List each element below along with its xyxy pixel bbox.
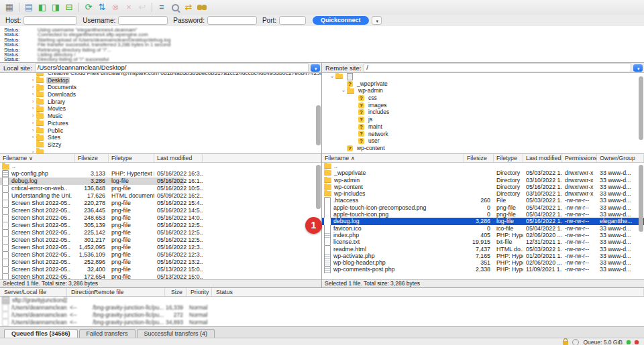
wp-content[interactable]: wp-content	[322, 145, 644, 152]
Public[interactable]: › Public	[0, 127, 321, 135]
critical-error-on-web..[interactable]: critical-error-on-web.. 136,848 png-file…	[0, 185, 321, 192]
wp-admin[interactable]: ⌄ wp-admin	[322, 87, 644, 94]
wp-comments-post.php[interactable]: wp-comments-post.php 2,338 PHP: Hype.. 1…	[322, 266, 644, 273]
transfer-queue-toggle-icon[interactable]: ⊟	[62, 1, 76, 13]
Desktop[interactable]: › Desktop	[0, 77, 321, 84]
column-filetype[interactable]: Filetype	[494, 154, 523, 162]
Sites[interactable]: › Sites	[0, 134, 321, 141]
Music[interactable]: › Music	[0, 113, 321, 120]
wp-config.php[interactable]: wp-config.php 3,133 PHP: Hypertext P... …	[0, 170, 321, 178]
index.php[interactable]: index.php 405 PHP: Hype.. 02/06/2020 ...…	[322, 232, 644, 238]
expander-icon[interactable]: ›	[30, 120, 36, 127]
remote-list-scrollbar[interactable]	[639, 164, 643, 279]
remote-tree-toggle-icon[interactable]: ◨	[49, 1, 62, 13]
Library[interactable]: › Library	[0, 98, 321, 106]
quickconnect-button[interactable]: Quickconnect	[313, 16, 369, 25]
remote-site-path[interactable]: /	[364, 63, 631, 72]
refresh-icon[interactable]: ⟳	[82, 1, 95, 13]
username-input[interactable]	[118, 16, 168, 25]
debug.log[interactable]: debug.log 3,286 log-file 05/16/2022 16:1…	[0, 178, 321, 185]
Documents[interactable]: › Documents	[0, 84, 321, 91]
expander-icon[interactable]: ⌄	[340, 87, 347, 94]
column-filename[interactable]: Filename ∧	[322, 154, 464, 162]
expander-icon[interactable]: ›	[30, 113, 36, 120]
expander-icon[interactable]: ›	[30, 77, 36, 84]
..[interactable]: ..	[0, 163, 321, 170]
column-server-local-file[interactable]: Server/Local file	[0, 288, 67, 296]
directory-comparison-icon[interactable]	[168, 1, 182, 13]
column-filesize[interactable]: Filesize	[464, 154, 494, 162]
css[interactable]: css	[322, 94, 644, 102]
Understanding the Uni.[interactable]: Understanding the Uni. 17,626 HTML docum…	[0, 192, 321, 200]
Screen Shot 2022-05..[interactable]: Screen Shot 2022-05.. 248,653 png-file 0…	[0, 214, 321, 222]
debug.log[interactable]: debug.log 3,286 log-file 05/16/2022 1...…	[322, 218, 644, 224]
toolbar-separator[interactable]	[16, 1, 22, 13]
column-filesize[interactable]: Filesize	[75, 154, 109, 162]
local-file-list[interactable]: .. wp-config.php 3,133 PHP: Hypertext P.…	[0, 163, 321, 281]
expander-icon[interactable]: ⌄	[329, 73, 335, 80]
license.txt[interactable]: license.txt 19,915 txt-file 12/31/2021 1…	[322, 238, 644, 245]
Pictures[interactable]: › Pictures	[0, 120, 321, 127]
speed-limit-icon[interactable]	[572, 339, 579, 345]
_wpeprivate[interactable]: _wpeprivate Directory 05/03/2022 1... dr…	[322, 169, 644, 176]
queue-row[interactable]: sftp://gravityjunction@...	[0, 297, 644, 304]
Creative Cloud Files dmclean@mspark.com 0d1b4ab5b3b5bec0b517a1cc246ccbc46b4935b0c27e0b474238e93d71f94b0a8d[interactable]: Creative Cloud Files dmclean@mspark.com …	[0, 73, 321, 77]
local-tree-scrollbar[interactable]	[316, 105, 321, 149]
column-direction[interactable]: Direction	[67, 288, 90, 296]
user[interactable]: user	[322, 137, 644, 145]
site-manager-icon[interactable]: ▦	[3, 1, 16, 13]
Screen Shot 2022-05..[interactable]: Screen Shot 2022-05.. 301,217 png-file 0…	[0, 236, 321, 244]
local-tree-toggle-icon[interactable]: ◧	[36, 1, 49, 13]
apple-touch-icon-precomposed.png[interactable]: apple-touch-icon-precomposed.png 0 png-f…	[322, 204, 644, 211]
expander-icon[interactable]: ›	[30, 84, 36, 91]
Screen Shot 2022-05..[interactable]: Screen Shot 2022-05.. 1,536,109 png-file…	[0, 251, 321, 259]
password-input[interactable]	[207, 16, 257, 25]
Movies[interactable]: › Movies	[0, 105, 321, 113]
Screen Shot 2022-05..[interactable]: Screen Shot 2022-05.. 1,452,095 png-file…	[0, 244, 321, 251]
process-queue-icon[interactable]: ⇅	[95, 1, 109, 13]
readme.html[interactable]: readme.html 7,437 HTML do... 05/03/2022 …	[322, 246, 644, 253]
remote-file-list[interactable]: .. _wpeprivate Directory 05/03/2022 1...…	[322, 163, 644, 281]
toolbar-separator[interactable]	[149, 1, 155, 13]
..[interactable]: ..	[322, 163, 644, 169]
expander-icon[interactable]: ›	[30, 127, 36, 135]
disconnect-icon[interactable]: ×	[122, 1, 136, 13]
filter-icon[interactable]: ≡	[155, 1, 168, 13]
Screen Shot 2022-05..[interactable]: Screen Shot 2022-05.. 220,278 png-file 0…	[0, 200, 321, 207]
port-input[interactable]	[279, 16, 306, 25]
reconnect-icon[interactable]: ↩	[136, 1, 149, 13]
expander-icon[interactable]: ›	[30, 149, 36, 154]
local-directory-tree[interactable]: Creative Cloud Files dmclean@mspark.com …	[0, 73, 321, 154]
local-site-dropdown-button[interactable]: ▾	[311, 64, 320, 72]
expander-icon[interactable]: ›	[30, 91, 36, 98]
tree-item[interactable]: ⌄	[322, 73, 644, 80]
expander-icon[interactable]: ›	[30, 134, 36, 141]
Screen Shot 2022-05..[interactable]: Screen Shot 2022-05.. 32,400 png-file 05…	[0, 266, 321, 273]
column-modified[interactable]: Last modified	[154, 154, 203, 162]
wp-activate.php[interactable]: wp-activate.php 7,165 PHP: Hype.. 01/20/…	[322, 253, 644, 259]
apple-touch-icon.png[interactable]: apple-touch-icon.png 0 png-file 05/04/20…	[322, 211, 644, 218]
host-input[interactable]	[23, 16, 77, 25]
quickconnect-dropdown-button[interactable]: ▾	[372, 16, 382, 25]
favicon.ico[interactable]: favicon.ico 0 ico-file 05/04/2022 1... -…	[322, 225, 644, 232]
Screen Shot 2022-05..[interactable]: Screen Shot 2022-05.. 225,142 png-file 0…	[0, 229, 321, 236]
_wpeprivate[interactable]: _wpeprivate	[322, 80, 644, 88]
expander-icon[interactable]: ›	[30, 105, 36, 113]
cancel-operation-icon[interactable]: ⊗	[109, 1, 122, 13]
remote-site-dropdown-button[interactable]: ▾	[633, 64, 643, 72]
wp-content[interactable]: wp-content Directory 05/16/2022 1... drw…	[322, 184, 644, 190]
remote-directory-tree[interactable]: ⌄ _wpeprivate ⌄ wp-admin css	[322, 73, 644, 154]
column-filetype[interactable]: Filetype	[109, 154, 154, 162]
queue-body[interactable]: sftp://gravityjunction@... /Users/deanna…	[0, 297, 644, 326]
column-remote-file[interactable]: Remote file	[90, 288, 165, 296]
wp-blog-header.php[interactable]: wp-blog-header.php 351 PHP: Hype.. 02/06…	[322, 259, 644, 266]
synchronized-browsing-icon[interactable]: ⇄	[182, 1, 195, 13]
local-site-path[interactable]: /Users/deannamclean/Desktop/	[35, 63, 309, 72]
column-status[interactable]: Status	[212, 288, 644, 296]
Sizzy[interactable]: Sizzy	[0, 141, 321, 149]
queue-row[interactable]: /Users/deannamclean/... <-- /bng-gravity…	[0, 312, 644, 319]
queue-row[interactable]: /Users/deannamclean/... <-- /bng-gravity…	[0, 304, 644, 312]
remote-tree-scrollbar[interactable]	[639, 75, 643, 152]
maint[interactable]: maint	[322, 123, 644, 131]
tab[interactable]: Failed transfers	[79, 329, 136, 338]
